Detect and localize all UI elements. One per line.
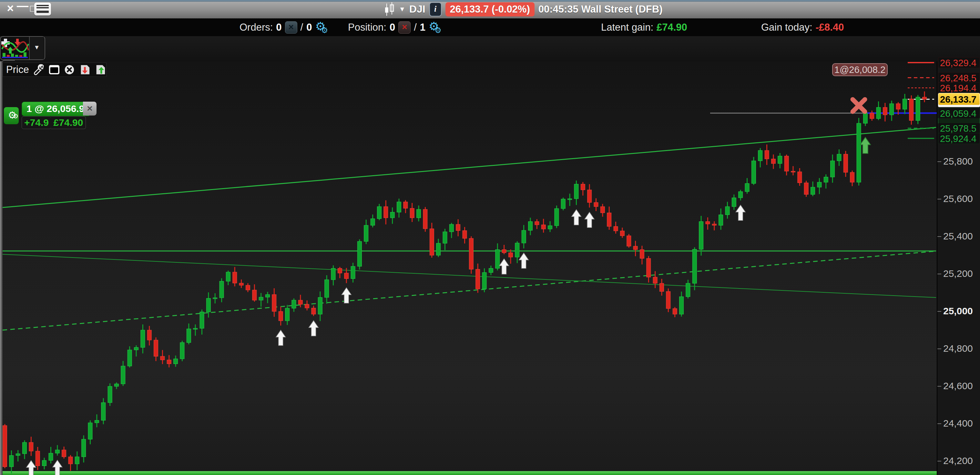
trendline[interactable] (3, 127, 936, 208)
candle-body (154, 340, 158, 356)
candle-body (581, 184, 585, 190)
candle-body (167, 360, 171, 364)
wrench-icon[interactable] (33, 64, 45, 75)
candle-body (863, 113, 867, 123)
position-settings-tile[interactable]: ⚙⚙ (4, 107, 19, 124)
candle-body (220, 281, 224, 298)
candle-body (620, 231, 624, 236)
close-panel-icon[interactable] (64, 64, 75, 75)
candle-body (469, 238, 473, 270)
candle-body (541, 225, 546, 229)
candle-body (22, 442, 27, 454)
candle-body (404, 202, 408, 208)
buy-signal-arrow-icon (585, 212, 594, 227)
axis-tick-mark (937, 236, 941, 237)
candle-body (883, 108, 887, 115)
candle-body (765, 150, 769, 159)
candle-body (548, 226, 552, 229)
candle-body (673, 308, 677, 314)
candle-body (666, 291, 670, 308)
panel-window-icon[interactable] (48, 64, 60, 75)
candle-body (587, 190, 592, 202)
candle-body (338, 268, 342, 273)
axis-tick-label: 25,200 (943, 268, 973, 279)
candle-body (745, 184, 749, 192)
candle-body (614, 227, 618, 231)
candle-body (206, 299, 210, 312)
sell-order-icon[interactable] (79, 64, 91, 75)
level-price-badge: 26,194.4 (938, 82, 980, 93)
candle-body (476, 269, 480, 289)
candle-body (449, 224, 453, 232)
level-price-badge: 25,924.4 (938, 133, 980, 144)
candle-body (443, 232, 447, 243)
candle-body (600, 207, 605, 213)
candle-body (732, 198, 736, 207)
candle-body (417, 210, 421, 218)
candle-body (331, 268, 336, 280)
buy-signal-arrow-icon (276, 330, 286, 346)
candle-body (377, 207, 381, 219)
candle-body (798, 172, 802, 183)
candle-body (10, 456, 14, 467)
position-close-x-icon (853, 99, 865, 112)
axis-tick-mark (937, 348, 941, 349)
candle-body (351, 266, 355, 278)
candle-body (161, 356, 165, 360)
candle-body (758, 150, 762, 161)
candle-body (213, 298, 217, 299)
candle-body (266, 295, 270, 297)
candle-body (771, 159, 775, 164)
candle-body (640, 250, 644, 259)
candle-body (430, 229, 434, 255)
position-value-badge: £74.90 (51, 116, 86, 129)
candle-body (108, 386, 112, 402)
price-axis[interactable]: 25,80025,60025,40025,20025,00024,80024,6… (937, 61, 980, 475)
candle-body (62, 450, 66, 457)
candle-body (528, 222, 533, 230)
candle-body (101, 403, 105, 421)
closed-trade-tag[interactable]: 1@26,008.2 (832, 63, 888, 76)
candle-body (226, 272, 230, 281)
buy-signal-arrow-icon (26, 461, 36, 475)
position-open-arrow-icon (860, 137, 870, 154)
candle-body (653, 277, 657, 283)
candle-body (607, 213, 611, 227)
candle-body (436, 243, 441, 255)
level-price-badge: 26,059.4 (938, 108, 980, 119)
position-close-button[interactable]: × (83, 102, 97, 116)
candle-body (3, 426, 7, 467)
candle-body (916, 97, 920, 121)
axis-tick-label: 24,400 (943, 418, 973, 429)
level-price-badge: 25,978.5 (938, 122, 980, 133)
candle-body (850, 172, 854, 182)
candle-body (555, 208, 559, 226)
candle-body (706, 222, 710, 224)
candle-body (699, 222, 703, 249)
buy-order-icon[interactable] (95, 64, 106, 75)
candle-body (147, 330, 151, 340)
position-size-badge[interactable]: 1 @ 26,056.9 (22, 102, 89, 116)
axis-tick-mark (937, 311, 941, 312)
candle-body (127, 350, 132, 366)
candle-body (42, 461, 46, 466)
candle-body (679, 297, 684, 314)
candle-body (29, 442, 33, 451)
candle-body (186, 329, 191, 342)
candle-body (259, 297, 263, 300)
candle-body (141, 330, 145, 348)
candle-body (857, 123, 861, 182)
level-price-badge: 26,248.5 (938, 72, 980, 83)
candle-body (68, 457, 73, 464)
candle-body (561, 199, 565, 208)
candle-body (902, 99, 907, 110)
candle-body (502, 250, 506, 253)
candle-body (896, 103, 900, 109)
candle-body (318, 297, 322, 314)
candle-body (660, 283, 664, 291)
candle-body (82, 439, 86, 457)
candle-body (824, 177, 828, 182)
candle-body (627, 236, 631, 246)
candle-body (371, 219, 375, 225)
candle-body (535, 222, 539, 225)
